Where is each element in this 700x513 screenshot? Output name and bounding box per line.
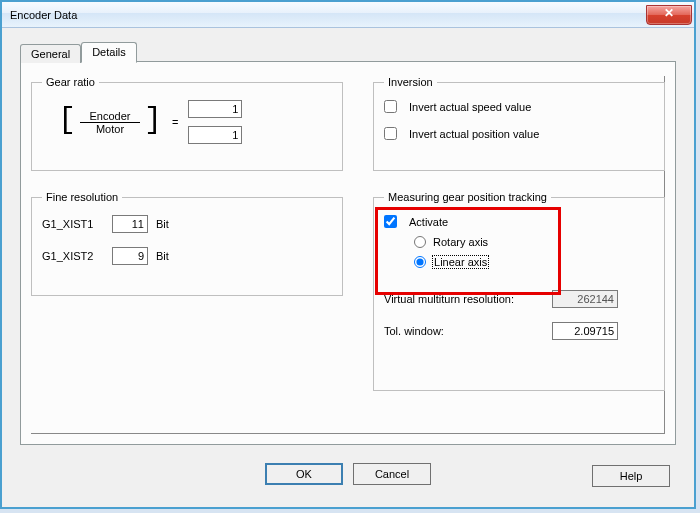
label-motor: Motor	[92, 123, 128, 135]
input-virtual-multiturn	[552, 290, 618, 308]
content-frame: Gear ratio [ Encoder Motor ] =	[31, 76, 665, 434]
label-virtual-multiturn: Virtual multiturn resolution:	[384, 293, 544, 305]
cancel-button[interactable]: Cancel	[353, 463, 431, 485]
row-xist1: G1_XIST1 Bit	[42, 215, 332, 233]
checkbox-invert-position[interactable]	[384, 127, 397, 140]
label-xist1: G1_XIST1	[42, 218, 104, 230]
row-activate: Activate	[384, 215, 654, 228]
label-linear-axis[interactable]: Linear axis	[433, 256, 488, 268]
label-encoder: Encoder	[86, 110, 135, 122]
close-icon: ✕	[664, 6, 674, 20]
ok-button[interactable]: OK	[265, 463, 343, 485]
tab-details[interactable]: Details	[81, 42, 137, 63]
legend-measuring: Measuring gear position tracking	[384, 191, 551, 203]
unit-xist1: Bit	[156, 218, 169, 230]
help-button[interactable]: Help	[592, 465, 670, 487]
legend-inversion: Inversion	[384, 76, 437, 88]
tab-general[interactable]: General	[20, 44, 81, 63]
row-xist2: G1_XIST2 Bit	[42, 247, 332, 265]
equals-sign: =	[172, 116, 178, 128]
dialog-window: Encoder Data ✕ General Details Gear rati…	[0, 0, 696, 509]
row-tol-window: Tol. window:	[384, 322, 654, 340]
label-xist2: G1_XIST2	[42, 250, 104, 262]
label-invert-speed[interactable]: Invert actual speed value	[409, 101, 531, 113]
input-xist2[interactable]	[112, 247, 148, 265]
group-inversion: Inversion Invert actual speed value Inve…	[373, 76, 665, 171]
row-rotary-axis: Rotary axis	[414, 236, 654, 248]
input-encoder-ratio[interactable]	[188, 100, 242, 118]
tab-page-details: Gear ratio [ Encoder Motor ] =	[20, 61, 676, 445]
unit-xist2: Bit	[156, 250, 169, 262]
group-measuring: Measuring gear position tracking Activat…	[373, 191, 665, 391]
label-invert-position[interactable]: Invert actual position value	[409, 128, 539, 140]
radio-linear-axis[interactable]	[414, 256, 426, 268]
window-title: Encoder Data	[10, 9, 77, 21]
label-tol-window: Tol. window:	[384, 325, 544, 337]
legend-fine-resolution: Fine resolution	[42, 191, 122, 203]
bracket-open-icon: [	[58, 105, 76, 135]
gear-ratio-row: [ Encoder Motor ] =	[58, 100, 332, 144]
axis-radio-group: Rotary axis Linear axis	[414, 236, 654, 268]
titlebar: Encoder Data ✕	[2, 2, 694, 28]
checkbox-activate[interactable]	[384, 215, 397, 228]
row-invert-position: Invert actual position value	[384, 127, 654, 140]
input-motor-ratio[interactable]	[188, 126, 242, 144]
bracket-close-icon: ]	[144, 105, 162, 135]
gear-ratio-fraction: [ Encoder Motor ]	[58, 107, 162, 137]
label-rotary-axis[interactable]: Rotary axis	[433, 236, 488, 248]
group-gear-ratio: Gear ratio [ Encoder Motor ] =	[31, 76, 343, 171]
close-button[interactable]: ✕	[646, 5, 692, 25]
checkbox-invert-speed[interactable]	[384, 100, 397, 113]
row-virtual-multiturn: Virtual multiturn resolution:	[384, 290, 654, 308]
button-bar: OK Cancel	[6, 463, 690, 487]
row-linear-axis: Linear axis	[414, 256, 654, 268]
input-xist1[interactable]	[112, 215, 148, 233]
input-tol-window[interactable]	[552, 322, 618, 340]
label-activate[interactable]: Activate	[409, 216, 448, 228]
radio-rotary-axis[interactable]	[414, 236, 426, 248]
row-invert-speed: Invert actual speed value	[384, 100, 654, 113]
legend-gear-ratio: Gear ratio	[42, 76, 99, 88]
tab-strip: General Details	[20, 42, 137, 63]
group-fine-resolution: Fine resolution G1_XIST1 Bit G1_XIST2 Bi…	[31, 191, 343, 296]
client-area: General Details Gear ratio [ Encoder Mot…	[6, 30, 690, 503]
